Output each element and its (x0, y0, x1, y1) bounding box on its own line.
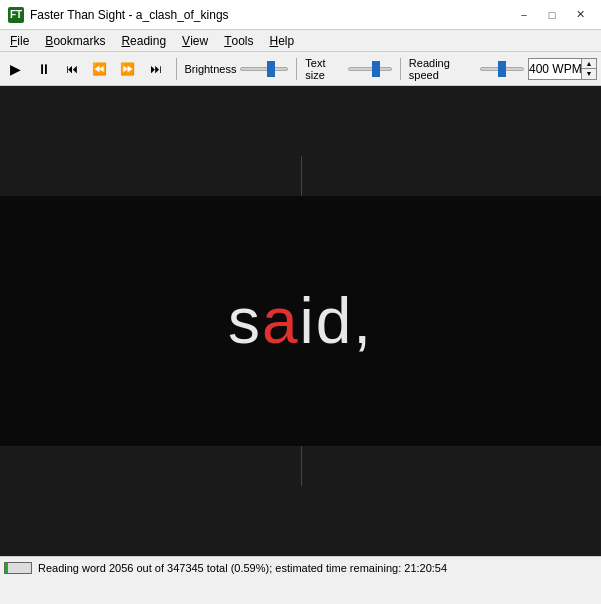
menu-view[interactable]: View (174, 30, 216, 52)
wpm-down-arrow[interactable]: ▼ (582, 69, 596, 79)
toolbar: ▶ ⏸ ⏮ ⏪ ⏩ ⏭ Brightness Text size Reading… (0, 52, 601, 86)
wpm-control[interactable]: ▲ ▼ (528, 58, 597, 80)
focus-line-top (301, 156, 303, 196)
title-bar: FT Faster Than Sight - a_clash_of_kings … (0, 0, 601, 30)
progress-bar-fill (5, 563, 8, 573)
close-button[interactable]: ✕ (567, 5, 593, 25)
brightness-track[interactable] (240, 67, 288, 71)
play-button[interactable]: ▶ (4, 56, 28, 82)
text-size-thumb[interactable] (372, 61, 380, 77)
wpm-input[interactable] (529, 59, 581, 79)
text-size-track[interactable] (348, 67, 392, 71)
menu-bar: File Bookmarks Reading View Tools Help (0, 30, 601, 52)
menu-file[interactable]: File (2, 30, 37, 52)
maximize-button[interactable]: □ (539, 5, 565, 25)
separator-1 (176, 58, 177, 80)
progress-bar-container (4, 562, 32, 574)
status-bar: Reading word 2056 out of 347345 total (0… (0, 556, 601, 578)
wpm-up-arrow[interactable]: ▲ (582, 59, 596, 69)
forward-button[interactable]: ⏩ (116, 56, 140, 82)
wpm-arrows: ▲ ▼ (581, 59, 596, 79)
brightness-thumb[interactable] (267, 61, 275, 77)
window-controls: − □ ✕ (511, 5, 593, 25)
reading-speed-group: Reading speed (409, 57, 524, 81)
word-display: said, (228, 284, 373, 358)
status-text: Reading word 2056 out of 347345 total (0… (38, 562, 447, 574)
focus-line-bottom (301, 446, 303, 486)
separator-2 (296, 58, 297, 80)
dark-strip-bottom (0, 446, 601, 556)
app-icon: FT (8, 7, 24, 23)
menu-help[interactable]: Help (262, 30, 303, 52)
reading-speed-label: Reading speed (409, 57, 476, 81)
menu-bookmarks[interactable]: Bookmarks (37, 30, 113, 52)
rewind-button[interactable]: ⏮ (60, 56, 84, 82)
minimize-button[interactable]: − (511, 5, 537, 25)
menu-reading[interactable]: Reading (113, 30, 174, 52)
title-text: Faster Than Sight - a_clash_of_kings (30, 8, 511, 22)
reading-speed-thumb[interactable] (498, 61, 506, 77)
pause-button[interactable]: ⏸ (32, 56, 56, 82)
dark-strip-top (0, 86, 601, 196)
brightness-group: Brightness (184, 63, 288, 75)
brightness-label: Brightness (184, 63, 236, 75)
reading-area: said, (0, 86, 601, 556)
text-size-label: Text size (305, 57, 344, 81)
center-area: said, (0, 196, 601, 446)
end-button[interactable]: ⏭ (144, 56, 168, 82)
back-button[interactable]: ⏪ (88, 56, 112, 82)
menu-tools[interactable]: Tools (216, 30, 261, 52)
word-prefix: s (228, 284, 262, 358)
reading-speed-track[interactable] (480, 67, 524, 71)
word-suffix: id, (300, 284, 374, 358)
text-size-group: Text size (305, 57, 392, 81)
word-focus: a (262, 284, 300, 358)
separator-3 (400, 58, 401, 80)
